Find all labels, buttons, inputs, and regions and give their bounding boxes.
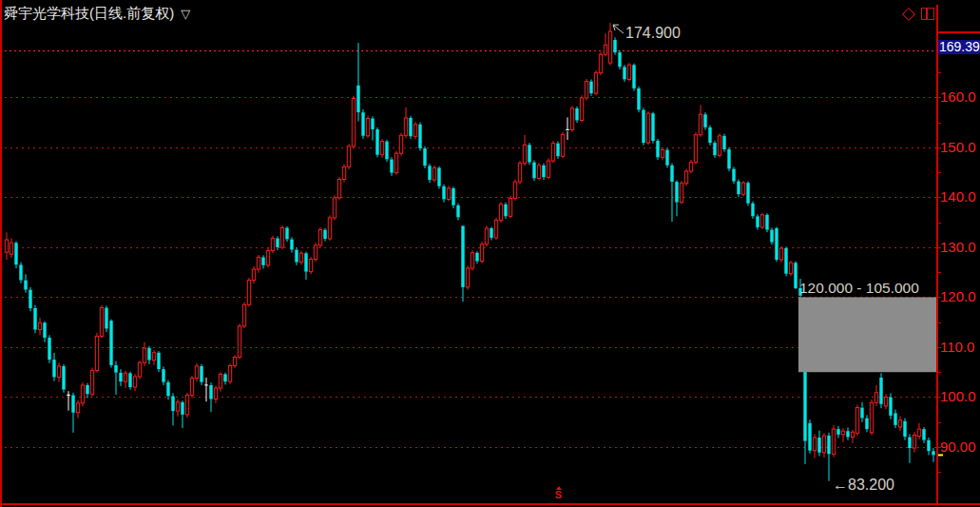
candle — [309, 257, 312, 274]
candle — [33, 305, 36, 333]
candle — [442, 185, 445, 203]
candle — [375, 127, 378, 158]
candle — [889, 393, 892, 419]
candle — [356, 43, 359, 121]
candle — [437, 166, 440, 189]
candle — [95, 333, 98, 373]
candle — [604, 33, 606, 56]
candle — [737, 179, 740, 196]
candle — [547, 158, 549, 179]
candle — [228, 363, 231, 384]
candle — [518, 161, 521, 185]
candle — [675, 181, 678, 217]
candle — [585, 79, 587, 101]
candle — [257, 255, 259, 273]
candle — [860, 402, 863, 422]
candle — [304, 252, 307, 280]
candle — [181, 400, 183, 428]
candle — [209, 382, 212, 412]
candle — [394, 151, 397, 175]
candle — [252, 266, 255, 283]
candle — [637, 87, 640, 112]
candle — [147, 346, 150, 364]
candle — [898, 416, 901, 431]
candle — [266, 248, 269, 267]
candle — [794, 262, 797, 289]
candle — [765, 213, 768, 232]
axis-label-160: 160.0 — [940, 89, 976, 105]
candle — [380, 139, 383, 158]
candle — [247, 278, 250, 306]
candle — [423, 146, 426, 168]
candle — [52, 353, 55, 381]
period-dropdown[interactable]: ▽ — [181, 7, 190, 21]
low-annotation-label: ←83.200 — [833, 477, 894, 493]
candle — [190, 376, 193, 399]
candle — [413, 122, 416, 139]
candle — [684, 168, 687, 185]
candle — [718, 133, 721, 157]
candle — [760, 213, 763, 229]
candle — [128, 372, 131, 390]
candle — [532, 161, 535, 182]
candle — [271, 236, 274, 253]
bottom-border — [0, 503, 980, 505]
candle — [38, 318, 41, 335]
candle — [219, 372, 221, 391]
candle — [471, 250, 473, 271]
candle — [418, 123, 421, 151]
candle — [523, 135, 526, 166]
candle — [884, 394, 887, 409]
candlestick-chart[interactable]: 120.000 - 105.000174.900←83.200 — [0, 0, 980, 507]
candle — [238, 323, 240, 359]
candle — [342, 165, 345, 183]
candle — [865, 415, 868, 432]
candle — [922, 427, 925, 443]
candle — [29, 287, 31, 311]
candle — [409, 116, 412, 139]
candle — [699, 105, 701, 137]
candle — [166, 380, 169, 400]
candle — [195, 363, 198, 381]
candle — [537, 163, 540, 180]
ex-rights-marker: S — [552, 486, 565, 499]
candle — [105, 305, 107, 332]
candle — [280, 225, 283, 249]
candle — [779, 246, 782, 263]
candle — [927, 438, 930, 455]
candle — [613, 37, 616, 54]
candle — [499, 202, 502, 223]
candle — [580, 95, 583, 122]
range-box[interactable]: 120.000 - 105.000 — [798, 280, 936, 372]
candle — [261, 255, 264, 268]
candle — [594, 70, 597, 95]
candle — [185, 393, 188, 418]
candle — [10, 238, 12, 257]
candle — [608, 23, 611, 66]
candle — [722, 134, 725, 152]
candle — [461, 225, 464, 302]
candle — [124, 371, 126, 388]
candle — [932, 448, 934, 462]
split-window-divider — [926, 9, 928, 19]
page-title: 舜宇光学科技(日线.前复权) — [4, 5, 174, 23]
candle — [328, 215, 331, 241]
candle — [561, 132, 564, 159]
candle — [689, 160, 692, 173]
candle — [485, 225, 488, 246]
candle — [746, 182, 749, 206]
candle — [694, 132, 697, 165]
split-window-icon[interactable] — [921, 8, 934, 20]
candle — [333, 195, 336, 220]
candle — [86, 383, 88, 399]
candle — [223, 373, 226, 385]
candle — [162, 366, 164, 384]
candle — [347, 144, 350, 169]
candle — [299, 251, 302, 265]
candle — [551, 141, 554, 163]
candle — [480, 242, 483, 263]
candle — [504, 203, 507, 219]
candle — [570, 106, 573, 131]
candle — [784, 246, 787, 276]
candle — [200, 364, 202, 385]
